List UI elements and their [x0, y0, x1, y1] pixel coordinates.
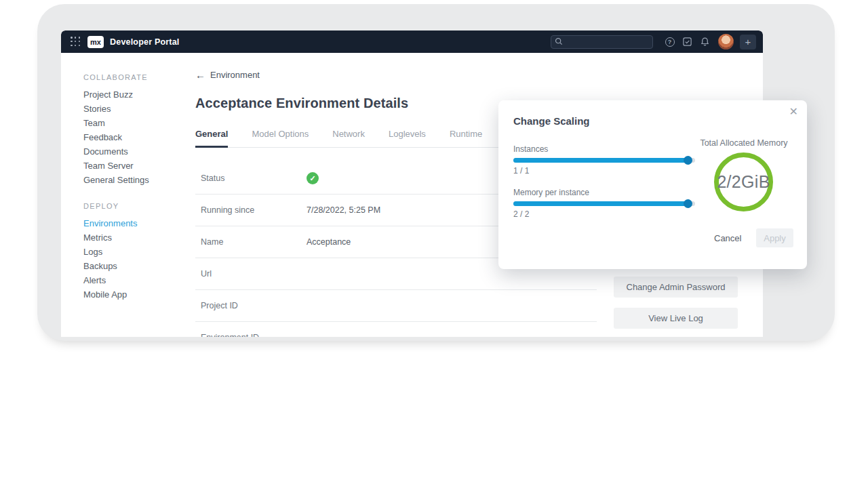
row-label: Status [195, 174, 307, 183]
tab-general[interactable]: General [195, 129, 228, 148]
search-box[interactable] [551, 35, 653, 49]
sidebar-item-feedback[interactable]: Feedback [83, 130, 195, 144]
sidebar-section-deploy: DEPLOY Environments Metrics Logs Backups… [83, 202, 195, 302]
user-avatar[interactable] [718, 34, 734, 49]
top-navbar: mx Developer Portal ? + [61, 30, 763, 53]
memory-value: 2 / 2 [513, 209, 695, 219]
total-allocated-memory-label: Total Allocated Memory [676, 138, 812, 148]
tab-runtime[interactable]: Runtime [450, 129, 482, 147]
sidebar-item-stories[interactable]: Stories [83, 102, 195, 116]
row-label: Url [195, 269, 307, 279]
memory-per-instance-label: Memory per instance [513, 188, 695, 197]
change-admin-password-button[interactable]: Change Admin Password [614, 277, 738, 298]
section-title-collaborate: COLLABORATE [83, 73, 195, 81]
row-value: 7/28/2022, 5:25 PM [307, 205, 380, 215]
sidebar-item-general-settings[interactable]: General Settings [83, 173, 195, 187]
close-icon[interactable]: ✕ [789, 105, 798, 119]
sidebar-item-documents[interactable]: Documents [83, 144, 195, 159]
search-input[interactable] [563, 38, 643, 46]
brand-title: Developer Portal [110, 37, 180, 47]
view-live-log-button[interactable]: View Live Log [614, 308, 738, 329]
section-title-deploy: DEPLOY [83, 202, 195, 210]
help-icon[interactable]: ? [664, 36, 675, 47]
tasks-icon[interactable] [682, 36, 693, 47]
add-button[interactable]: + [740, 35, 756, 49]
screenshot-stage: mx Developer Portal ? + [0, 0, 868, 488]
sidebar-item-backups[interactable]: Backups [83, 259, 195, 273]
instances-slider-thumb[interactable] [684, 156, 692, 165]
sidebar-item-team[interactable]: Team [83, 116, 195, 130]
mendix-logo[interactable]: mx [87, 36, 104, 48]
sidebar-item-environments[interactable]: Environments [83, 216, 195, 230]
sidebar-item-project-buzz[interactable]: Project Buzz [83, 87, 195, 102]
row-label: Running since [195, 205, 307, 215]
sidebar-item-metrics[interactable]: Metrics [83, 230, 195, 245]
table-row-project-id: Project ID [195, 290, 597, 322]
search-icon [551, 36, 563, 48]
notifications-bell-icon[interactable] [699, 36, 711, 47]
memory-slider[interactable] [513, 201, 695, 206]
slider-fill [513, 201, 688, 206]
slider-fill [513, 158, 688, 163]
instances-value: 1 / 1 [513, 166, 695, 176]
tab-network[interactable]: Network [332, 129, 365, 147]
sidebar-item-mobile-app[interactable]: Mobile App [83, 287, 195, 302]
memory-slider-thumb[interactable] [684, 199, 692, 208]
row-label: Project ID [195, 301, 307, 310]
app-grid-icon[interactable] [71, 37, 81, 47]
instances-slider-group: Instances 1 / 1 [513, 144, 695, 176]
tab-loglevels[interactable]: Loglevels [389, 129, 426, 147]
modal-title: Change Scaling [513, 115, 590, 127]
back-arrow-icon: ← [195, 70, 205, 79]
sidebar-section-collaborate: COLLABORATE Project Buzz Stories Team Fe… [83, 73, 195, 187]
row-label: Environment ID [195, 333, 307, 337]
back-link-label: Environment [210, 70, 260, 80]
row-value: Acceptance [307, 237, 351, 247]
table-row-environment-id: Environment ID [195, 322, 597, 337]
total-memory-ring: 2/2GiB [714, 152, 773, 211]
sidebar-item-alerts[interactable]: Alerts [83, 273, 195, 287]
sidebar-item-team-server[interactable]: Team Server [83, 159, 195, 173]
memory-slider-group: Memory per instance 2 / 2 [513, 188, 695, 219]
environment-actions: Change Admin Password View Live Log [614, 277, 738, 337]
sidebar-item-logs[interactable]: Logs [83, 245, 195, 259]
instances-label: Instances [513, 144, 695, 154]
apply-button[interactable]: Apply [756, 228, 793, 247]
row-label: Name [195, 237, 307, 247]
sidebar: COLLABORATE Project Buzz Stories Team Fe… [61, 53, 195, 337]
tab-model-options[interactable]: Model Options [252, 129, 309, 147]
change-scaling-modal: ✕ Change Scaling Instances 1 / 1 Memory … [498, 100, 807, 269]
total-memory-value: 2/2GiB [717, 172, 770, 192]
back-link-environment[interactable]: ← Environment [195, 70, 260, 80]
cancel-button[interactable]: Cancel [714, 233, 741, 243]
status-ok-icon: ✓ [307, 172, 319, 184]
instances-slider[interactable] [513, 158, 695, 163]
